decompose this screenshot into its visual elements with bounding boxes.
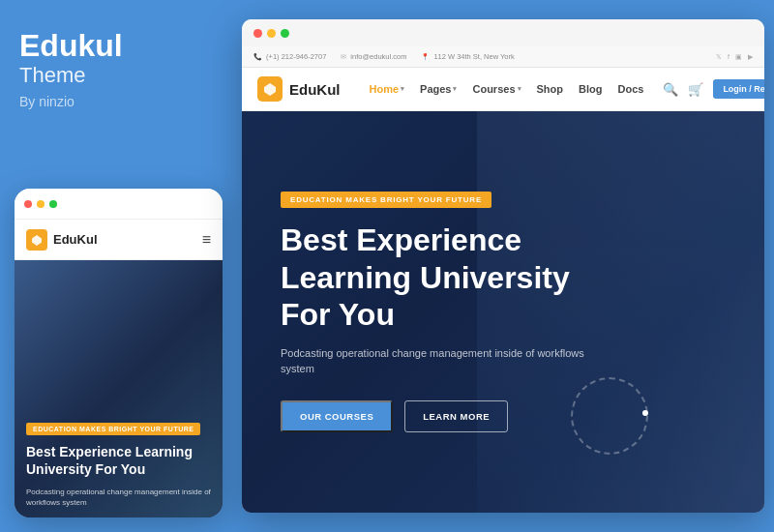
nav-courses[interactable]: Courses ▾	[472, 83, 521, 95]
dot-yellow	[37, 200, 45, 208]
login-register-button[interactable]: Login / Register	[713, 79, 764, 99]
nav-courses-label: Courses	[472, 83, 515, 95]
facebook-icon[interactable]: f	[728, 53, 729, 61]
brand-title: Edukul	[19, 29, 218, 63]
email-icon: ✉	[341, 53, 346, 61]
address-info: 📍 112 W 34th St, New York	[421, 52, 514, 61]
cart-icon[interactable]: 🛒	[688, 82, 703, 97]
desktop-hero-badge: EDUCATION MAKES BRIGHT YOUR FUTURE	[281, 192, 491, 208]
nav-shop[interactable]: Shop	[537, 83, 564, 95]
desktop-info-bar: 📞 (+1) 212-946-2707 ✉ info@edukul.com 📍 …	[242, 46, 764, 68]
desktop-dot-green	[281, 29, 289, 38]
desktop-logo-icon	[257, 76, 283, 102]
phone-number: (+1) 212-946-2707	[266, 52, 326, 61]
desktop-dot-red	[253, 29, 262, 38]
desktop-hero-subtitle: Podcasting operational change management…	[281, 345, 590, 377]
mobile-logo: EduKul	[26, 229, 98, 251]
desktop-top-bar	[242, 19, 764, 46]
nav-blog-label: Blog	[579, 83, 602, 95]
pages-arrow-icon: ▾	[453, 85, 457, 93]
nav-blog[interactable]: Blog	[579, 83, 602, 95]
youtube-icon[interactable]: ▶	[748, 53, 753, 61]
nav-pages-label: Pages	[420, 83, 451, 95]
nav-shop-label: Shop	[537, 83, 564, 95]
brand-by: By ninzio	[19, 94, 218, 109]
nav-pages[interactable]: Pages ▾	[420, 83, 457, 95]
desktop-mockup: 📞 (+1) 212-946-2707 ✉ info@edukul.com 📍 …	[242, 19, 764, 513]
home-arrow-icon: ▾	[401, 85, 404, 93]
left-panel: Edukul Theme By ninzio EduKul ≡ EDUCATIO…	[0, 0, 237, 532]
desktop-nav-links: Home ▾ Pages ▾ Courses ▾ Shop Blog Docs	[370, 83, 644, 95]
mobile-hero-subtitle: Podcasting operational change management…	[26, 487, 211, 508]
mobile-top-bar	[15, 189, 223, 220]
dot-green	[49, 200, 57, 208]
dot-red	[24, 200, 32, 208]
desktop-logo-text: EduKul	[289, 81, 341, 98]
courses-arrow-icon: ▾	[518, 85, 521, 93]
nav-docs-label: Docs	[617, 83, 643, 95]
address-text: 112 W 34th St, New York	[433, 52, 514, 61]
our-courses-button[interactable]: OUR COURSES	[281, 400, 393, 432]
nav-actions: 🔍 🛒 Login / Register	[663, 79, 764, 99]
mobile-badge: EDUCATION MAKES BRIGHT YOUR FUTURE	[26, 423, 200, 435]
learn-more-button[interactable]: LEARN MORE	[404, 400, 508, 432]
mobile-nav: EduKul ≡	[15, 220, 223, 260]
desktop-logo: EduKul	[257, 76, 341, 102]
mobile-mockup: EduKul ≡ EDUCATION MAKES BRIGHT YOUR FUT…	[15, 189, 223, 517]
email-address: info@edukul.com	[350, 52, 406, 61]
nav-home[interactable]: Home ▾	[370, 83, 405, 95]
email-info: ✉ info@edukul.com	[341, 52, 406, 61]
mobile-hero-bg	[15, 260, 223, 517]
brand-subtitle: Theme	[19, 63, 218, 88]
desktop-hero-title: Best Experience Learning University For …	[281, 222, 610, 333]
mobile-logo-icon	[26, 229, 47, 251]
desktop-dot-yellow	[267, 29, 276, 38]
nav-docs[interactable]: Docs	[617, 83, 643, 95]
hamburger-icon[interactable]: ≡	[202, 231, 211, 249]
hero-buttons: OUR COURSES LEARN MORE	[281, 400, 726, 432]
instagram-icon[interactable]: ▣	[735, 53, 742, 61]
desktop-nav: EduKul Home ▾ Pages ▾ Courses ▾ Shop Blo…	[242, 68, 764, 111]
search-icon[interactable]: 🔍	[663, 82, 678, 97]
desktop-hero: EDUCATION MAKES BRIGHT YOUR FUTURE Best …	[242, 111, 764, 513]
phone-icon: 📞	[253, 53, 262, 61]
phone-info: 📞 (+1) 212-946-2707	[253, 52, 326, 61]
twitter-icon[interactable]: 𝕏	[716, 53, 722, 61]
mobile-hero-title: Best Experience Learning University For …	[26, 443, 211, 478]
location-icon: 📍	[421, 53, 430, 61]
nav-home-label: Home	[370, 83, 400, 95]
mobile-logo-text: EduKul	[53, 232, 98, 247]
mobile-hero: EDUCATION MAKES BRIGHT YOUR FUTURE Best …	[15, 260, 223, 517]
social-icons: 𝕏 f ▣ ▶	[716, 53, 753, 61]
